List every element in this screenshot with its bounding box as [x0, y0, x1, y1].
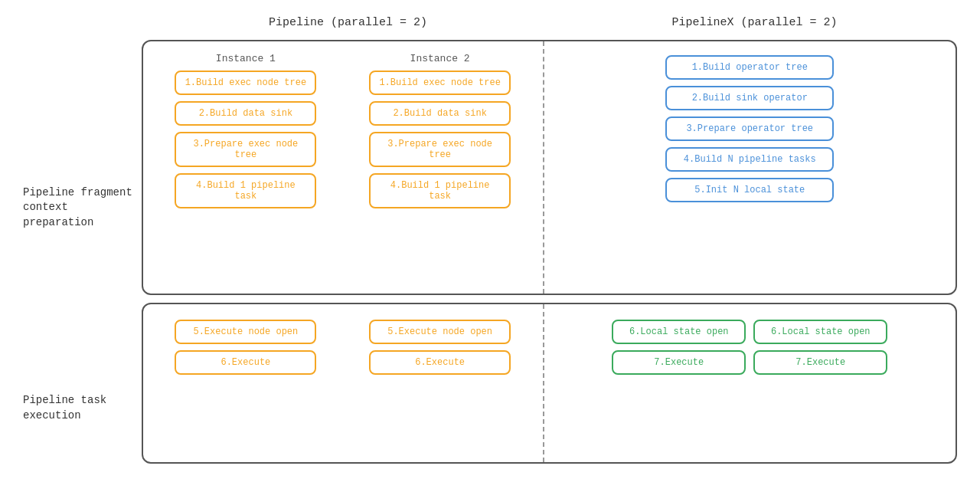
- i2-step1: 1.Build exec node tree: [369, 71, 511, 95]
- instance2-header: Instance 2: [347, 53, 534, 64]
- pipeline-bottom-section: 5.Execute node open 6.Execute 5.Execute …: [143, 304, 544, 462]
- i1-run: 6.Execute: [175, 350, 316, 375]
- pipeline-top-section: Instance 1 Instance 2 1.Build exec node …: [143, 41, 544, 294]
- pipeline-title: Pipeline (parallel = 2): [269, 16, 427, 29]
- title-row: Pipeline (parallel = 2) PipelineX (paral…: [23, 15, 957, 29]
- local-state-row: 6.Local state open 6.Local state open: [560, 320, 941, 344]
- i2-exec: 5.Execute node open: [369, 320, 511, 344]
- px-local2: 6.Local state open: [753, 320, 887, 344]
- instance1-exec-col: 5.Execute node open 6.Execute: [152, 320, 339, 448]
- px-step5: 5.Init N local state: [665, 178, 834, 202]
- pipelinex-title: PipelineX (parallel = 2): [671, 16, 837, 29]
- px-step2: 2.Build sink operator: [665, 86, 834, 110]
- i1-step2: 2.Build data sink: [175, 101, 316, 126]
- instance2-exec-col: 5.Execute node open 6.Execute: [347, 320, 534, 448]
- label-column: Pipeline fragment context preparation Pi…: [23, 40, 142, 464]
- i1-step1: 1.Build exec node tree: [175, 71, 316, 95]
- instances-exec-row: 5.Execute node open 6.Execute 5.Execute …: [152, 320, 534, 448]
- exec-row: 7.Execute 7.Execute: [560, 350, 941, 375]
- instance2-exec-steps: 5.Execute node open 6.Execute: [347, 320, 534, 375]
- label-top: Pipeline fragment context preparation: [23, 40, 142, 330]
- px-step3: 3.Prepare operator tree: [665, 116, 834, 141]
- pipelinex-exec-steps: 6.Local state open 6.Local state open 7.…: [560, 320, 941, 375]
- main-content: Pipeline fragment context preparation Pi…: [23, 40, 957, 464]
- i1-exec: 5.Execute node open: [175, 320, 316, 344]
- px-exec2: 7.Execute: [753, 350, 887, 375]
- bottom-panel: 5.Execute node open 6.Execute 5.Execute …: [142, 303, 957, 464]
- instance1-steps: 1.Build exec node tree 2.Build data sink…: [152, 71, 339, 208]
- pipelinex-top-section: 1.Build operator tree 2.Build sink opera…: [544, 41, 956, 294]
- pipelinex-bottom-section: 6.Local state open 6.Local state open 7.…: [544, 304, 956, 462]
- instance2-col: 1.Build exec node tree 2.Build data sink…: [347, 71, 534, 280]
- label-bottom: Pipeline task execution: [23, 337, 142, 464]
- instance1-exec-steps: 5.Execute node open 6.Execute: [152, 320, 339, 375]
- i2-run: 6.Execute: [369, 350, 511, 375]
- panels-area: Instance 1 Instance 2 1.Build exec node …: [142, 40, 957, 464]
- px-exec1: 7.Execute: [612, 350, 746, 375]
- i2-step2: 2.Build data sink: [369, 101, 511, 126]
- px-local1: 6.Local state open: [612, 320, 746, 344]
- pipelinex-steps: 1.Build operator tree 2.Build sink opera…: [560, 55, 941, 202]
- top-panel: Instance 1 Instance 2 1.Build exec node …: [142, 40, 957, 295]
- i1-step4: 4.Build 1 pipeline task: [175, 173, 316, 208]
- instances-row: 1.Build exec node tree 2.Build data sink…: [152, 71, 534, 280]
- diagram-wrapper: Pipeline (parallel = 2) PipelineX (paral…: [0, 0, 980, 479]
- i1-step3: 3.Prepare exec node tree: [175, 132, 316, 167]
- i2-step4: 4.Build 1 pipeline task: [369, 173, 511, 208]
- i2-step3: 3.Prepare exec node tree: [369, 132, 511, 167]
- instance1-col: 1.Build exec node tree 2.Build data sink…: [152, 71, 339, 280]
- instance1-header: Instance 1: [152, 53, 339, 64]
- px-step4: 4.Build N pipeline tasks: [665, 147, 834, 172]
- instance2-steps: 1.Build exec node tree 2.Build data sink…: [347, 71, 534, 208]
- px-step1: 1.Build operator tree: [665, 55, 834, 80]
- instance-headers: Instance 1 Instance 2: [152, 53, 534, 64]
